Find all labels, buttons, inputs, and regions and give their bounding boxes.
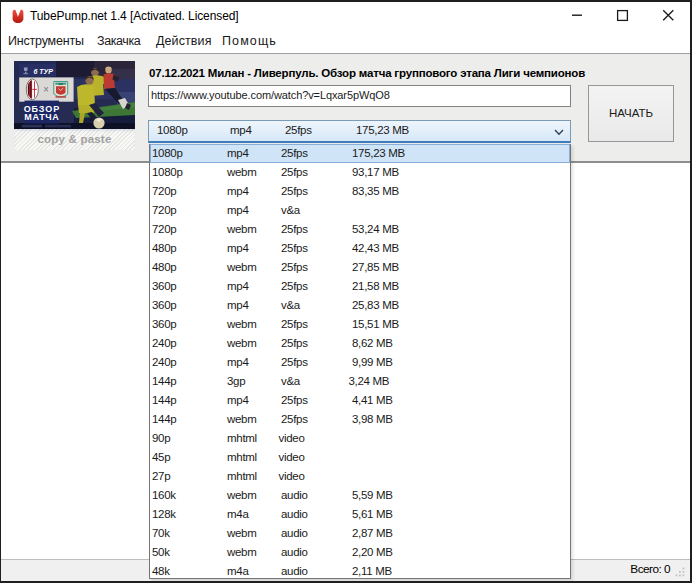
svg-text:МАТЧА: МАТЧА [24,112,59,122]
svg-text:6 ТУР: 6 ТУР [34,68,54,75]
